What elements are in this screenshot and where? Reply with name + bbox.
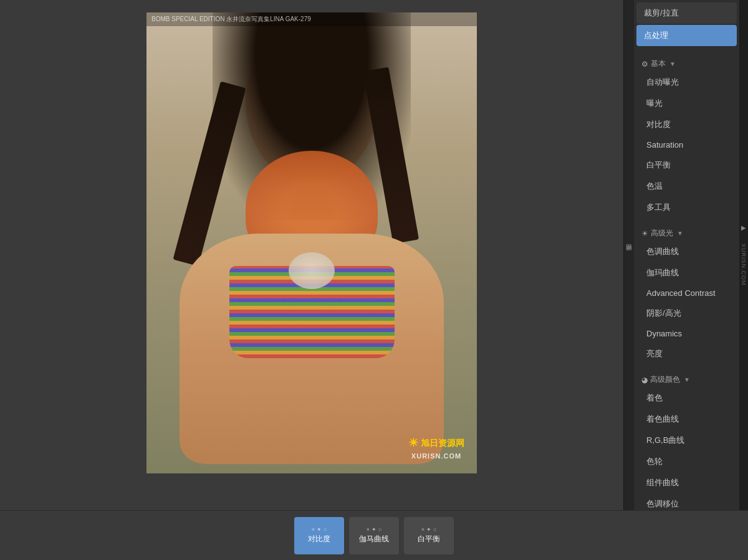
panel-item-white-balance[interactable]: 白平衡 [636, 154, 737, 176]
tool-card-contrast-icons: × ✦ ○ [312, 526, 327, 533]
top-menu-items: 裁剪/拉直 点处理 [634, 0, 739, 49]
menu-item-crop[interactable]: 裁剪/拉直 [636, 2, 737, 24]
advanced-color-header: ◕ 高级颜色 ▼ [634, 369, 739, 387]
far-right-panel: ▶ XURISN.COM [739, 0, 748, 510]
wb-pin-icon[interactable]: ✦ [426, 526, 431, 533]
side-label-text: 调整 [625, 255, 633, 256]
panel-item-saturation[interactable]: Saturation [636, 135, 737, 154]
panel-item-advanced-contrast[interactable]: Advanced Contrast [636, 283, 737, 303]
panel-item-rgb-curve[interactable]: R,G,B曲线 [636, 430, 737, 451]
panel-item-dynamics[interactable]: Dynamics [636, 324, 737, 343]
advanced-light-header: ☀ 高级光 ▼ [634, 223, 739, 241]
tool-card-gamma[interactable]: × ✦ ○ 伽马曲线 [349, 517, 399, 554]
photo-placeholder: BOMB SPECIAL EDITION 永井流奈写真集LINA GAK-279… [146, 12, 477, 473]
right-panel: 裁剪/拉直 点处理 ⚙ 基本 ▼ 自动曝光 曝光 对比度 Saturation … [633, 0, 739, 510]
gamma-close-icon[interactable]: × [367, 526, 370, 533]
contrast-pin-icon[interactable]: ✦ [317, 526, 322, 533]
wb-close-icon[interactable]: × [421, 526, 424, 533]
panel-item-tint-curve[interactable]: 着色曲线 [636, 409, 737, 430]
panel-item-color-shift[interactable]: 色调移位 [636, 493, 737, 510]
gamma-reset-icon[interactable]: ○ [378, 526, 381, 533]
menu-item-dot[interactable]: 点处理 [636, 25, 737, 46]
sun-watermark-icon: ☀ [408, 435, 418, 451]
panel-item-component-curve[interactable]: 组件曲线 [636, 472, 737, 493]
color-icon: ◕ [641, 376, 648, 384]
basic-section-header: ⚙ 基本 ▼ [634, 54, 739, 72]
bottom-toolbar: × ✦ ○ 对比度 × ✦ ○ 伽马曲线 × ✦ ○ 白平衡 [0, 510, 748, 560]
panel-item-auto-exposure[interactable]: 自动曝光 [636, 72, 737, 93]
expand-panel-button[interactable]: ▶ [741, 224, 746, 231]
advanced-color-arrow: ▼ [684, 376, 690, 383]
gamma-pin-icon[interactable]: ✦ [372, 526, 376, 533]
settings-icon: ⚙ [641, 60, 648, 69]
panel-item-exposure[interactable]: 曝光 [636, 93, 737, 114]
tool-card-wb-label: 白平衡 [418, 534, 440, 544]
panel-item-brightness[interactable]: 亮度 [636, 343, 737, 364]
image-title: BOMB SPECIAL EDITION 永井流奈写真集LINA GAK-279 [146, 12, 477, 26]
basic-section-arrow: ▼ [669, 60, 676, 67]
panel-item-gamma-curve[interactable]: 伽玛曲线 [636, 262, 737, 283]
advanced-light-arrow: ▼ [677, 230, 683, 237]
panel-item-color-temp[interactable]: 色温 [636, 176, 737, 197]
panel-item-tint[interactable]: 着色 [636, 387, 737, 409]
panel-item-color-wheel[interactable]: 色轮 [636, 451, 737, 472]
advanced-color-label: 高级颜色 [650, 374, 680, 385]
tool-card-wb-icons: × ✦ ○ [421, 526, 437, 533]
wb-reset-icon[interactable]: ○ [433, 526, 436, 533]
image-watermark: ☀ 旭日资源网 XURISN.COM [408, 435, 464, 461]
panel-item-shadow-highlight[interactable]: 阴影/高光 [636, 303, 737, 324]
panel-item-contrast[interactable]: 对比度 [636, 114, 737, 135]
side-label-bar: 调整 [623, 0, 633, 510]
contrast-close-icon[interactable]: × [312, 526, 315, 533]
advanced-light-label: 高级光 [651, 228, 673, 239]
canvas-area: BOMB SPECIAL EDITION 永井流奈写真集LINA GAK-279… [0, 0, 623, 510]
panel-item-multi-tool[interactable]: 多工具 [636, 197, 737, 218]
far-right-watermark: XURISN.COM [741, 244, 747, 286]
tool-card-gamma-icons: × ✦ ○ [367, 526, 382, 533]
image-title-text: BOMB SPECIAL EDITION 永井流奈写真集LINA GAK-279 [151, 16, 311, 22]
tool-card-gamma-label: 伽马曲线 [359, 534, 389, 544]
watermark-text-1: 旭日资源网 [421, 437, 464, 450]
basic-section-label: 基本 [651, 59, 666, 69]
contrast-reset-icon[interactable]: ○ [324, 526, 327, 533]
tool-card-white-balance[interactable]: × ✦ ○ 白平衡 [404, 517, 454, 554]
photo-necklace [289, 252, 335, 289]
panel-item-tone-curve[interactable]: 色调曲线 [636, 241, 737, 262]
tool-card-contrast-label: 对比度 [308, 534, 330, 544]
image-frame: BOMB SPECIAL EDITION 永井流奈写真集LINA GAK-279… [146, 12, 477, 473]
tool-card-contrast[interactable]: × ✦ ○ 对比度 [294, 517, 344, 554]
watermark-text-2: XURISN.COM [408, 452, 464, 461]
sun-icon: ☀ [641, 229, 648, 238]
